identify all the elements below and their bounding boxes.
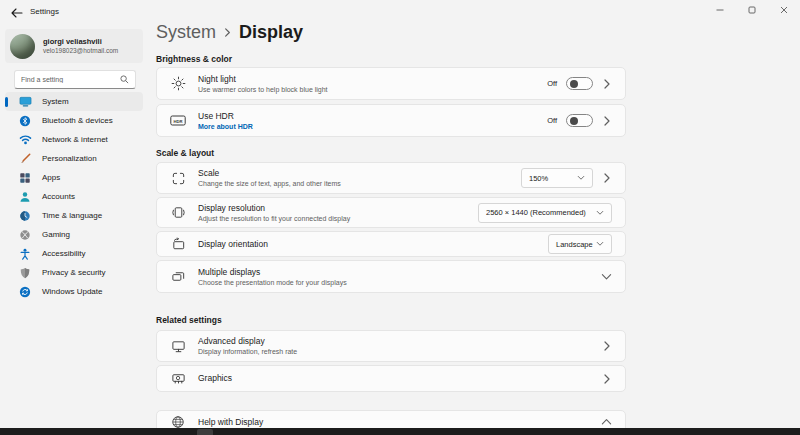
avatar bbox=[10, 34, 35, 59]
display-resolution-row[interactable]: Display resolution Adjust the resolution… bbox=[156, 197, 626, 228]
section-related-settings: Related settings bbox=[156, 315, 222, 325]
breadcrumb-chevron-icon bbox=[223, 27, 232, 38]
row-title: Display orientation bbox=[198, 239, 268, 250]
sidebar-item-label: Gaming bbox=[42, 230, 70, 239]
sidebar-item-label: System bbox=[42, 97, 69, 106]
hdr-badge-icon: HDR bbox=[170, 113, 186, 129]
resolution-value: 2560 × 1440 (Recommended) bbox=[486, 208, 586, 217]
row-subtitle: Display information, refresh rate bbox=[198, 347, 297, 356]
accessibility-person-icon bbox=[18, 247, 32, 261]
breadcrumb-parent[interactable]: System bbox=[156, 22, 216, 43]
multiple-displays-row[interactable]: Multiple displays Choose the presentatio… bbox=[156, 260, 626, 293]
update-arrows-icon bbox=[18, 285, 32, 299]
xbox-icon bbox=[18, 228, 32, 242]
row-subtitle: Use warmer colors to help block blue lig… bbox=[198, 85, 328, 94]
chevron-right-icon[interactable] bbox=[602, 340, 612, 352]
taskbar-app-icon[interactable] bbox=[197, 429, 213, 435]
section-scale-layout: Scale & layout bbox=[156, 148, 214, 158]
brush-icon bbox=[18, 152, 32, 166]
sidebar-item-bluetooth-devices[interactable]: Bluetooth & devices bbox=[5, 111, 143, 130]
chevron-right-icon[interactable] bbox=[602, 78, 612, 90]
sidebar-item-accounts[interactable]: Accounts bbox=[5, 187, 143, 206]
row-title: Advanced display bbox=[198, 336, 297, 347]
apps-grid-icon bbox=[18, 171, 32, 185]
sidebar-item-accessibility[interactable]: Accessibility bbox=[5, 244, 143, 263]
sidebar-item-label: Accessibility bbox=[42, 249, 86, 258]
display-orientation-row[interactable]: Display orientation Landscape bbox=[156, 231, 626, 257]
use-hdr-state: Off bbox=[547, 116, 557, 125]
more-about-hdr-link[interactable]: More about HDR bbox=[198, 122, 253, 131]
shield-icon bbox=[18, 266, 32, 280]
sidebar-item-network-internet[interactable]: Network & internet bbox=[5, 130, 143, 149]
sidebar-item-label: Time & language bbox=[42, 211, 102, 220]
graphics-row[interactable]: Graphics bbox=[156, 365, 626, 392]
sidebar-item-personalization[interactable]: Personalization bbox=[5, 149, 143, 168]
toggle-knob bbox=[570, 80, 578, 88]
sidebar-item-time-language[interactable]: Time & language bbox=[5, 206, 143, 225]
row-title: Use HDR bbox=[198, 111, 253, 122]
row-subtitle: Choose the presentation mode for your di… bbox=[198, 278, 347, 287]
back-button[interactable] bbox=[8, 5, 26, 21]
chevron-right-icon[interactable] bbox=[602, 115, 612, 127]
row-title: Scale bbox=[198, 168, 341, 179]
person-icon bbox=[18, 190, 32, 204]
row-title: Night light bbox=[198, 74, 328, 85]
breadcrumb: System Display bbox=[156, 22, 303, 43]
scale-brackets-icon bbox=[170, 170, 186, 186]
scale-value: 150% bbox=[529, 174, 548, 183]
night-light-toggle[interactable] bbox=[566, 77, 593, 90]
taskbar-strip[interactable] bbox=[0, 428, 800, 435]
sidebar-item-label: Windows Update bbox=[42, 287, 102, 296]
sidebar-item-label: Personalization bbox=[42, 154, 97, 163]
chevron-right-icon[interactable] bbox=[602, 172, 612, 184]
user-email: velo198023@hotmail.com bbox=[43, 47, 118, 55]
back-arrow-icon bbox=[11, 8, 23, 18]
row-title: Help with Display bbox=[198, 417, 263, 428]
multiple-displays-icon bbox=[170, 269, 186, 285]
scale-row[interactable]: Scale Change the size of text, apps, and… bbox=[156, 162, 626, 194]
sidebar: giorgi veliashvili velo198023@hotmail.co… bbox=[0, 28, 148, 428]
bluetooth-icon bbox=[18, 114, 32, 128]
sidebar-item-gaming[interactable]: Gaming bbox=[5, 225, 143, 244]
page-title: Display bbox=[239, 22, 303, 43]
chevron-down-icon bbox=[596, 241, 604, 247]
search-box[interactable] bbox=[14, 70, 136, 89]
chevron-up-icon[interactable] bbox=[601, 418, 612, 426]
row-title: Multiple displays bbox=[198, 267, 347, 278]
night-light-row[interactable]: Night light Use warmer colors to help bl… bbox=[156, 67, 626, 100]
row-subtitle: Adjust the resolution to fit your connec… bbox=[198, 214, 350, 223]
search-icon bbox=[120, 75, 129, 84]
globe-clock-icon bbox=[18, 209, 32, 223]
chevron-down-icon bbox=[577, 175, 585, 181]
scale-dropdown[interactable]: 150% bbox=[521, 168, 593, 188]
sidebar-item-windows-update[interactable]: Windows Update bbox=[5, 282, 143, 301]
row-subtitle: Change the size of text, apps, and other… bbox=[198, 179, 341, 188]
sidebar-item-label: Apps bbox=[42, 173, 60, 182]
sidebar-item-apps[interactable]: Apps bbox=[5, 168, 143, 187]
chevron-right-icon[interactable] bbox=[602, 373, 612, 385]
night-light-sun-icon bbox=[170, 76, 186, 92]
orientation-dropdown[interactable]: Landscape bbox=[548, 234, 612, 254]
advanced-display-icon bbox=[170, 338, 186, 354]
sidebar-item-label: Network & internet bbox=[42, 135, 108, 144]
row-title: Graphics bbox=[198, 373, 232, 384]
section-brightness-color: Brightness & color bbox=[156, 54, 232, 64]
monitor-icon bbox=[18, 95, 32, 109]
resolution-dropdown[interactable]: 2560 × 1440 (Recommended) bbox=[478, 203, 612, 223]
resolution-icon bbox=[170, 205, 186, 221]
advanced-display-row[interactable]: Advanced display Display information, re… bbox=[156, 330, 626, 362]
use-hdr-row[interactable]: HDR Use HDR More about HDR Off bbox=[156, 104, 626, 137]
user-profile-card[interactable]: giorgi veliashvili velo198023@hotmail.co… bbox=[5, 29, 143, 63]
chevron-down-icon[interactable] bbox=[601, 273, 612, 281]
gpu-icon bbox=[170, 371, 186, 387]
sidebar-item-privacy-security[interactable]: Privacy & security bbox=[5, 263, 143, 282]
sidebar-item-label: Privacy & security bbox=[42, 268, 106, 277]
row-title: Display resolution bbox=[198, 203, 350, 214]
search-input[interactable] bbox=[21, 76, 120, 83]
svg-text:HDR: HDR bbox=[173, 119, 182, 124]
use-hdr-toggle[interactable] bbox=[566, 114, 593, 127]
app-title: Settings bbox=[30, 7, 59, 16]
main-content: System Display Brightness & color Night … bbox=[156, 0, 800, 428]
sidebar-item-system[interactable]: System bbox=[5, 92, 143, 111]
user-name: giorgi veliashvili bbox=[43, 37, 118, 47]
